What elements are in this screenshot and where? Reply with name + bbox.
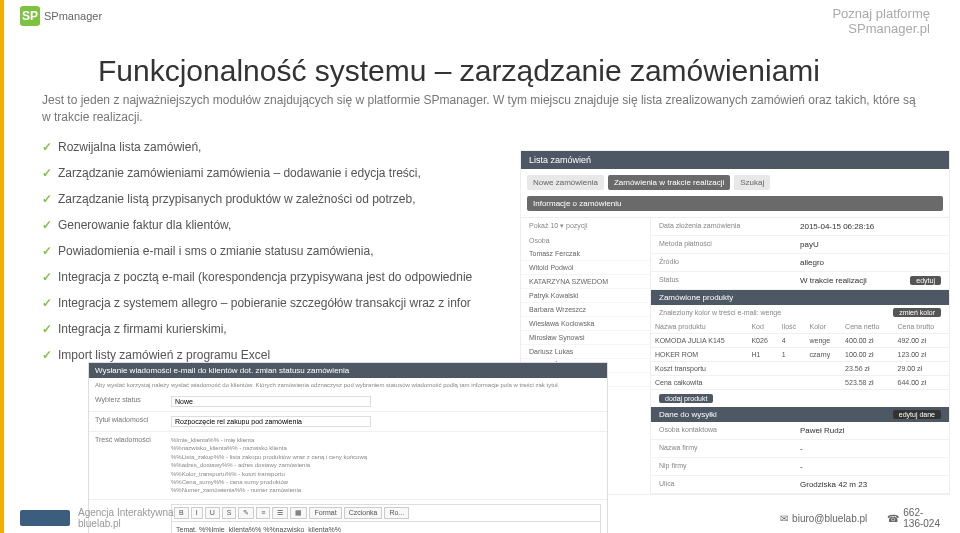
feature-item: Import listy zamówień z programu Excel	[42, 348, 472, 362]
orders-panel-header: Lista zamówień	[521, 151, 949, 169]
tagline-1: Poznaj platformę	[832, 6, 930, 21]
list-item[interactable]: Dariusz Lukas	[521, 345, 650, 359]
footer: Agencja Interaktywna bluelab.pl ✉ biuro@…	[0, 503, 960, 533]
feature-item: Integracja z firmami kurierskimi,	[42, 322, 472, 336]
pager-show[interactable]: Pokaż 10 ▾ pozycji	[521, 218, 650, 234]
feature-item: Zarządzanie zamówieniami zamówienia – do…	[42, 166, 472, 180]
col-gross: Cena brutto	[894, 320, 949, 334]
feature-item: Generowanie faktur dla klientów,	[42, 218, 472, 232]
status-select[interactable]	[171, 396, 371, 407]
footer-email: biuro@bluelab.pl	[792, 513, 867, 524]
src-value: allegro	[800, 258, 941, 267]
logo-area: SP SPmanager	[20, 6, 102, 26]
color-note: Znaleziony kolor w treści e-mail: wenge	[659, 309, 781, 316]
list-item[interactable]: Witold Podwól	[521, 261, 650, 275]
transport-row: Koszt transportu 23.56 zł 29.00 zł	[651, 362, 949, 376]
pay-label: Metoda płatności	[659, 240, 800, 249]
date-label: Data złożenia zamówienia	[659, 222, 800, 229]
table-row: KOMODA JULIA K145 K026 4 wenge 400.00 zł…	[651, 334, 949, 348]
body-label: Treść wiadomości	[95, 436, 165, 443]
list-item[interactable]: Mirosław Synowsi	[521, 331, 650, 345]
footer-phone: 662-	[903, 507, 940, 518]
feature-item: Powiadomienia e-mail i sms o zmianie sta…	[42, 244, 472, 258]
feature-item: Rozwijalna lista zamówień,	[42, 140, 472, 154]
col-name: Nazwa produktu	[651, 320, 747, 334]
list-item[interactable]: Tomasz Ferczak	[521, 247, 650, 261]
footer-site: bluelab.pl	[78, 518, 174, 529]
status-label: Status	[659, 276, 800, 285]
feature-item: Integracja z pocztą e-mail (korespondenc…	[42, 270, 472, 284]
customer-label: Osoba	[521, 234, 650, 247]
add-product-button[interactable]: dodaj produkt	[659, 394, 713, 403]
total-row: Cena całkowita 523.58 zł 644.00 zł	[651, 376, 949, 390]
footer-logo	[20, 510, 70, 526]
col-net: Cena netto	[841, 320, 893, 334]
shipping-section-header: Dane do wysyłki	[659, 410, 717, 419]
footer-phone2: 136-024	[903, 518, 940, 529]
change-color-button[interactable]: zmień kolor	[893, 308, 941, 317]
tab-inprogress[interactable]: Zamówienia w trakcie realizacji	[608, 175, 730, 190]
logo-text: SPmanager	[44, 10, 102, 22]
list-item[interactable]: Barbara Wrzeszcz	[521, 303, 650, 317]
mail-icon: ✉	[780, 513, 788, 524]
variables-help: %Imie_klienta%% - imię klienta %%nazwisk…	[171, 436, 601, 495]
phone-icon: ☎	[887, 513, 899, 524]
col-color: Kolor	[806, 320, 842, 334]
title-label: Tytuł wiadomości	[95, 416, 165, 423]
tagline-2: SPmanager.pl	[832, 21, 930, 36]
tab-new-orders[interactable]: Nowe zamówienia	[527, 175, 604, 190]
edit-shipping-button[interactable]: edytuj dane	[893, 410, 941, 419]
src-label: Źródło	[659, 258, 800, 267]
header-tagline: Poznaj platformę SPmanager.pl	[832, 6, 930, 36]
footer-agency: Agencja Interaktywna	[78, 507, 174, 518]
products-section-header: Zamówione produkty	[651, 290, 949, 305]
page-subtitle: Jest to jeden z najważniejszych modułów …	[42, 92, 918, 126]
col-qty: Ilość	[778, 320, 806, 334]
list-item[interactable]: KATARZYNA SZWEDOM	[521, 275, 650, 289]
feature-list: Rozwijalna lista zamówień, Zarządzanie z…	[42, 140, 472, 374]
products-table: Nazwa produktu Kod Ilość Kolor Cena nett…	[651, 320, 949, 390]
tab-order-info[interactable]: Informacje o zamówieniu	[527, 196, 943, 211]
status-select-label: Wybierz status	[95, 396, 165, 403]
logo-icon: SP	[20, 6, 40, 26]
feature-item: Integracja z systemem allegro – pobieran…	[42, 296, 472, 310]
table-row: HOKER ROM H1 1 czarny 100.00 zł 123.00 z…	[651, 348, 949, 362]
message-intro: Aby wysłać korzystaj należy wysłać wiado…	[89, 378, 607, 392]
pay-value: payU	[800, 240, 941, 249]
feature-item: Zarządzanie listą przypisanych produktów…	[42, 192, 472, 206]
page-title: Funkcjonalność systemu – zarządzanie zam…	[98, 54, 820, 88]
col-code: Kod	[747, 320, 777, 334]
status-value: W trakcie realizacji	[800, 276, 867, 285]
title-input[interactable]	[171, 416, 371, 427]
date-value: 2015-04-15 06:28:16	[800, 222, 941, 231]
list-item[interactable]: Patryk Kowalski	[521, 289, 650, 303]
edit-button[interactable]: edytuj	[910, 276, 941, 285]
message-panel-header: Wysłanie wiadomości e-mail do klientów d…	[89, 363, 607, 378]
tab-search[interactable]: Szukaj	[734, 175, 770, 190]
list-item[interactable]: Wiesława Kocłowska	[521, 317, 650, 331]
